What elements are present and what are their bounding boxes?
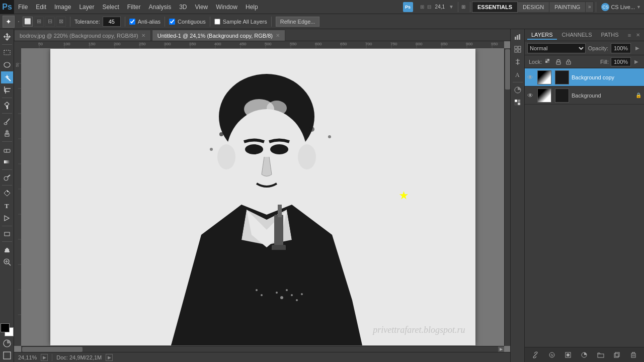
scrollbar-h-thumb[interactable]: [22, 347, 83, 352]
tool-lasso[interactable]: [1, 59, 13, 71]
tool-pen[interactable]: [1, 187, 13, 199]
tool-dodge[interactable]: [1, 171, 13, 184]
layer-background[interactable]: 👁 Background 🔒: [525, 86, 644, 105]
painting-btn[interactable]: PAINTING: [549, 2, 586, 13]
quick-mask-btn[interactable]: [2, 338, 12, 348]
tab-untitled[interactable]: Untitled-1 @ 24,1% (Background copy, RGB…: [152, 30, 285, 41]
antialias-checkbox[interactable]: [129, 19, 135, 25]
menu-layer[interactable]: Layer: [75, 0, 98, 14]
add-style-btn[interactable]: fx: [547, 350, 557, 360]
zoom-percent: 24,11%: [18, 354, 37, 360]
layers-tab[interactable]: LAYERS: [527, 31, 557, 40]
tool-gradient[interactable]: [1, 156, 13, 168]
refine-edge-btn[interactable]: Refine Edge...: [276, 17, 320, 27]
foreground-color[interactable]: [1, 323, 10, 332]
menu-file[interactable]: File: [14, 0, 32, 14]
menu-filter[interactable]: Filter: [123, 0, 145, 14]
svg-text:450: 450: [239, 42, 247, 46]
sample-all-checkbox[interactable]: [214, 19, 220, 25]
color-swatches[interactable]: [1, 323, 14, 336]
lock-all-icon[interactable]: [565, 58, 572, 65]
panel-menu-btn[interactable]: ≡: [626, 32, 633, 39]
design-btn[interactable]: DESIGN: [518, 2, 549, 13]
menu-edit[interactable]: Edit: [32, 0, 50, 14]
canvas-inner[interactable]: privettrafaret.blogspot.ru: [21, 48, 504, 346]
color-wheel-icon[interactable]: [512, 84, 524, 96]
swatch-icon[interactable]: [512, 97, 524, 109]
tool-crop[interactable]: [1, 84, 13, 96]
histogram-icon[interactable]: [512, 31, 524, 43]
tool-path-select[interactable]: [1, 212, 13, 224]
blend-mode-select[interactable]: Normal Multiply Screen: [527, 43, 586, 53]
mode-btn-1: ⊞: [419, 4, 425, 10]
grid-icon[interactable]: [512, 43, 524, 55]
opacity-input[interactable]: [611, 43, 631, 53]
more-workspaces-btn[interactable]: »: [586, 2, 594, 13]
menu-image[interactable]: Image: [50, 0, 75, 14]
tool-magic-wand[interactable]: [1, 71, 13, 83]
opacity-arrow[interactable]: ▶: [633, 44, 641, 52]
fill-input[interactable]: [611, 57, 631, 66]
tool-stamp[interactable]: [1, 128, 13, 140]
layer-eye-bgcopy[interactable]: 👁: [527, 74, 533, 81]
menu-window[interactable]: Window: [212, 0, 242, 14]
svg-rect-43: [14, 41, 504, 48]
svg-line-18: [6, 119, 10, 123]
tool-marquee[interactable]: [1, 46, 13, 58]
lock-position-icon[interactable]: [555, 58, 562, 65]
add-mask-btn[interactable]: [563, 350, 573, 360]
cslive-area[interactable]: CS CS Live... ▼: [598, 3, 644, 11]
tool-brush[interactable]: [1, 115, 13, 127]
contiguous-checkbox[interactable]: [169, 19, 175, 25]
delete-layer-btn[interactable]: [628, 350, 638, 360]
essentials-btn[interactable]: ESSENTIALS: [472, 2, 518, 13]
svg-rect-141: [547, 59, 549, 61]
svg-point-114: [210, 148, 213, 151]
intersect-selection-btn[interactable]: ⊠: [56, 17, 66, 27]
tool-zoom[interactable]: [1, 256, 13, 268]
tab-bodrov-close[interactable]: ✕: [141, 33, 145, 38]
menu-analysis[interactable]: Analysis: [144, 0, 175, 14]
screen-mode-toggle[interactable]: [2, 350, 12, 360]
zoom-arrow[interactable]: ▶: [41, 354, 48, 361]
tool-shapes[interactable]: [1, 228, 13, 240]
create-group-btn[interactable]: [596, 350, 606, 360]
menu-help[interactable]: Help: [242, 0, 262, 14]
layer-background-copy[interactable]: 👁 Background copy: [525, 68, 644, 86]
tab-untitled-close[interactable]: ✕: [276, 33, 280, 38]
panel-close-btn[interactable]: ✕: [634, 32, 641, 39]
tolerance-input[interactable]: [103, 17, 121, 27]
create-layer-btn[interactable]: [612, 350, 622, 360]
channels-tab[interactable]: CHANNELS: [558, 31, 596, 40]
svg-text:200: 200: [114, 42, 121, 46]
mini-divider: [513, 82, 523, 82]
mode-btn-2: ⊟: [426, 4, 432, 10]
menu-3d[interactable]: 3D: [175, 0, 191, 14]
add-selection-btn[interactable]: ⊞: [34, 17, 44, 27]
screen-mode-btn[interactable]: ⊞: [458, 2, 468, 12]
tool-eyedropper[interactable]: [1, 100, 13, 112]
tool-text[interactable]: T: [1, 200, 13, 212]
tool-eraser[interactable]: [1, 143, 13, 155]
lock-transparent-icon[interactable]: [545, 58, 552, 65]
subtract-selection-btn[interactable]: ⊟: [45, 17, 55, 27]
menu-select[interactable]: Select: [98, 0, 123, 14]
scrollbar-horizontal[interactable]: ▶: [21, 346, 504, 352]
scrollbar-vertical[interactable]: [504, 48, 510, 346]
menu-view[interactable]: View: [191, 0, 212, 14]
new-selection-btn[interactable]: ⬜: [23, 17, 33, 27]
type-tool-icon[interactable]: A: [512, 68, 524, 80]
layer-eye-bg[interactable]: 👁: [527, 92, 533, 99]
fill-arrow[interactable]: ▶: [633, 58, 640, 65]
tool-hand[interactable]: [1, 243, 13, 255]
paths-tab[interactable]: PATHS: [597, 31, 623, 40]
tab-bodrov[interactable]: bodrov.jpg @ 220% (Background copy, RGB/…: [14, 30, 151, 41]
add-adjustment-btn[interactable]: [579, 350, 589, 360]
link-layers-btn[interactable]: [530, 350, 540, 360]
adjust-icon[interactable]: [512, 56, 524, 68]
zoom-arrows[interactable]: ▼: [448, 4, 455, 10]
tool-move[interactable]: [1, 31, 13, 43]
svg-text:A: A: [515, 71, 520, 78]
doc-info-arrow[interactable]: ▶: [106, 354, 113, 361]
scrollbar-v-thumb[interactable]: [505, 49, 510, 89]
